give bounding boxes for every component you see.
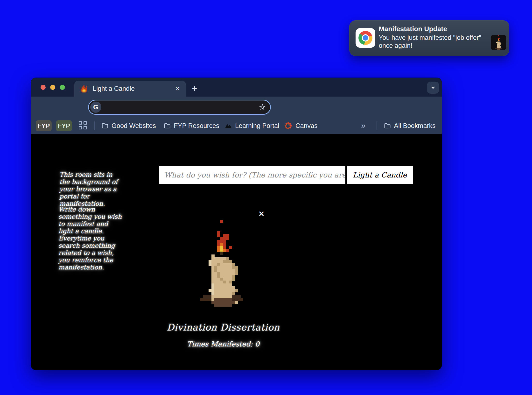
times-manifested-value: 0: [255, 340, 259, 348]
canvas-logo-icon: [284, 121, 293, 130]
notification-body: You have just manifested "job offer" onc…: [379, 34, 489, 50]
bookmark-label: All Bookmarks: [394, 122, 436, 130]
all-bookmarks-button[interactable]: All Bookmarks: [384, 118, 436, 134]
tab-title: Light a Candle: [93, 85, 175, 92]
pixel-candle-icon: [495, 35, 502, 50]
bookmark-canvas[interactable]: Canvas: [284, 118, 318, 134]
chrome-logo-icon: [358, 31, 372, 45]
minimize-window-button[interactable]: [50, 85, 55, 90]
bookmarks-divider: [377, 121, 377, 130]
apps-grid-icon[interactable]: [79, 121, 88, 130]
bookmarks-divider: [94, 121, 95, 130]
notification-candle-thumbnail: [491, 35, 506, 50]
tab-search-chevron-button[interactable]: [427, 82, 439, 94]
google-g-badge: G: [90, 102, 101, 113]
intro-paragraph-1: This room sits in the background of your…: [59, 171, 123, 207]
new-tab-button[interactable]: +: [189, 83, 200, 94]
bookmark-label: Good Websites: [112, 122, 156, 130]
bookmark-label: Canvas: [295, 122, 318, 130]
mountain-icon: [224, 122, 232, 129]
bookmark-fyp-resources[interactable]: FYP Resources: [164, 118, 219, 134]
bookmark-good-websites[interactable]: Good Websites: [101, 118, 156, 134]
intro-paragraph-2: Write down something you wish to manifes…: [58, 206, 124, 271]
folder-icon: [164, 122, 171, 129]
address-bar[interactable]: G: [88, 100, 271, 115]
tab-light-a-candle[interactable]: Light a Candle ×: [74, 81, 186, 97]
page-title: Divination Dissertation: [151, 322, 296, 333]
wish-input[interactable]: [159, 166, 345, 184]
bookmark-fyp-1[interactable]: FYP: [36, 120, 52, 131]
notification-banner[interactable]: Manifestation Update You have just manif…: [349, 20, 509, 56]
close-window-button[interactable]: [41, 85, 46, 90]
pixel-candle-art: [200, 220, 243, 307]
notification-title: Manifestation Update: [379, 25, 447, 33]
chrome-app-icon: [356, 28, 375, 48]
chevron-down-icon: [430, 85, 436, 91]
light-a-candle-button[interactable]: Light a Candle: [347, 166, 413, 184]
tab-close-icon[interactable]: ×: [175, 85, 180, 92]
page-content: This room sits in the background of your…: [31, 134, 442, 370]
browser-window: Light a Candle × + ← → G Z: [31, 78, 442, 370]
bookmark-label: FYP Resources: [174, 122, 219, 130]
times-manifested-label: Times Manifested:: [187, 340, 253, 348]
zoom-window-button[interactable]: [60, 85, 65, 90]
folder-icon: [384, 122, 391, 129]
flame-favicon-icon: [81, 85, 88, 92]
browser-toolbar: ← → G Z: [31, 97, 442, 118]
bookmarks-bar: FYP FYP Good Websites FYP Resources Lear…: [31, 118, 442, 134]
times-manifested: Times Manifested: 0: [151, 340, 296, 348]
folder-icon: [101, 122, 109, 129]
address-input[interactable]: [104, 103, 256, 111]
bookmark-fyp-2[interactable]: FYP: [56, 120, 72, 131]
bookmark-learning-portal[interactable]: Learning Portal: [224, 118, 279, 134]
close-x-mark[interactable]: ×: [255, 209, 267, 219]
bookmark-label: Learning Portal: [235, 122, 279, 130]
bookmark-star-icon[interactable]: [259, 103, 266, 111]
tab-strip: Light a Candle × +: [31, 78, 442, 97]
bookmarks-overflow-chevrons[interactable]: »: [361, 121, 366, 130]
